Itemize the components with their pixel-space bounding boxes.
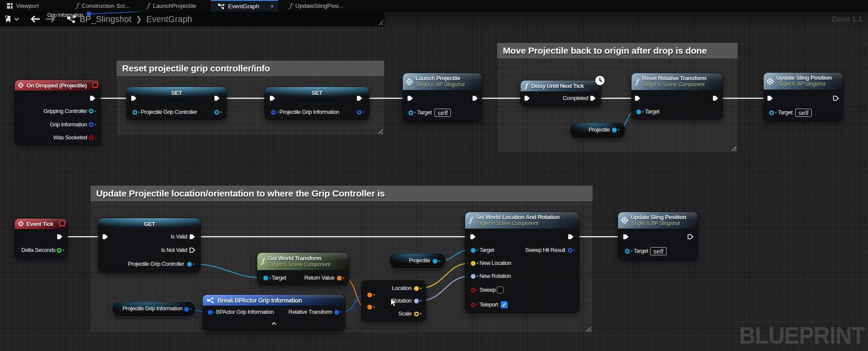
function-icon: ƒ: [76, 3, 78, 9]
node-update-sling-position-top[interactable]: Update Sling Position Target is BP Sling…: [764, 73, 843, 121]
location-out-pin[interactable]: [414, 286, 419, 291]
variable-out-pin[interactable]: [612, 128, 617, 132]
transform-in-pin-a[interactable]: [367, 293, 372, 297]
function-icon: ƒ: [525, 83, 528, 90]
exec-in-pin[interactable]: [767, 95, 773, 101]
scale-out-pin[interactable]: [414, 312, 419, 316]
exec-in-pin[interactable]: [131, 95, 137, 101]
target-pin[interactable]: [471, 248, 476, 253]
exec-in-pin[interactable]: [407, 95, 413, 101]
sweep-checkbox[interactable]: [497, 287, 504, 293]
exec-in-pin[interactable]: [470, 234, 476, 240]
node-title: Set World Location And Rotation: [476, 214, 560, 220]
node-delay-until-next-tick[interactable]: ƒ Delay Until Next Tick Completed: [521, 81, 601, 106]
teleport-pin[interactable]: [471, 303, 476, 307]
grip-information-pin[interactable]: [87, 11, 91, 16]
pin-label: Teleport: [479, 302, 498, 308]
node-set-grip-controller[interactable]: SET Projectile Grip Controller: [126, 87, 227, 119]
tab-event-graph[interactable]: EventGraph ×: [211, 0, 279, 12]
event-graph-icon: [218, 3, 225, 9]
exec-out-pin[interactable]: [214, 95, 220, 101]
delta-seconds-pin[interactable]: [57, 248, 62, 253]
exec-in-pin[interactable]: [635, 95, 641, 101]
grip-controller-out-pin[interactable]: [187, 262, 192, 267]
is-not-valid-exec-pin[interactable]: [189, 247, 195, 253]
exec-out-pin[interactable]: [713, 95, 719, 101]
close-tab-icon[interactable]: ×: [271, 3, 274, 10]
event-icon: [18, 221, 24, 227]
delegate-pin[interactable]: [92, 82, 98, 88]
variable-out-pin[interactable]: [184, 307, 189, 312]
target-pin[interactable]: [769, 110, 774, 115]
exec-out-pin[interactable]: [590, 95, 596, 101]
exec-out-pin[interactable]: [687, 234, 693, 240]
sweep-hit-result-pin[interactable]: [568, 248, 573, 253]
toolbar-resize-grip[interactable]: [377, 19, 383, 25]
self-value-box[interactable]: self: [434, 109, 451, 117]
exec-in-pin[interactable]: [623, 234, 629, 240]
node-get-projectile-grip-controller[interactable]: GET Is Valid Is Not Valid Projectile Gri…: [98, 218, 201, 272]
exec-out-pin[interactable]: [833, 95, 839, 101]
self-value-box[interactable]: self: [795, 109, 812, 117]
is-valid-exec-pin[interactable]: [189, 234, 195, 240]
exec-out-pin[interactable]: [90, 95, 96, 101]
zoom-level: Zoom 1:1: [831, 15, 862, 24]
target-pin[interactable]: [636, 109, 641, 114]
variable-out-pin[interactable]: [433, 259, 437, 264]
new-location-pin[interactable]: [471, 261, 476, 266]
mouse-cursor: [390, 298, 397, 307]
event-icon: [621, 217, 628, 224]
value-out-pin[interactable]: [214, 110, 219, 115]
new-rotation-pin[interactable]: [471, 274, 476, 279]
viewport-grid-icon: [7, 3, 13, 9]
collapse-chevron-icon[interactable]: [271, 322, 277, 325]
transform-in-pin-b[interactable]: [367, 305, 372, 309]
node-projectile-grip-information-variable[interactable]: Projectile Grip Information: [112, 302, 195, 316]
node-projectile-variable[interactable]: Projectile: [570, 122, 625, 138]
pin-label: Gripping Controller: [43, 108, 87, 114]
pin-label: Location: [392, 285, 411, 291]
node-projectile-variable-bottom[interactable]: Projectile: [389, 253, 446, 268]
node-set-world-location-and-rotation[interactable]: ƒ Set World Location And Rotation Target…: [465, 212, 579, 312]
node-reset-relative-transform[interactable]: ƒ Reset Relative Transform Target is Sce…: [632, 73, 722, 119]
return-value-pin[interactable]: [337, 276, 342, 280]
node-set-grip-information[interactable]: SET Projectile Grip Information: [265, 87, 369, 119]
node-on-dropped[interactable]: On Dropped (Projectile) Gripping Control…: [15, 80, 100, 145]
grip-information-in-pin[interactable]: [208, 310, 213, 315]
relative-transform-out-pin[interactable]: [334, 310, 339, 315]
self-value-box[interactable]: self: [650, 247, 667, 255]
sweep-pin[interactable]: [471, 288, 476, 293]
chevron-down-icon[interactable]: [14, 18, 19, 21]
exec-in-pin[interactable]: [524, 95, 530, 101]
gripping-controller-pin[interactable]: [89, 109, 94, 113]
tab-update-sling-position[interactable]: ƒ UpdateSlingPosi...: [282, 0, 350, 12]
node-event-tick[interactable]: Event Tick Delta Seconds: [15, 219, 68, 258]
delegate-pin[interactable]: [59, 221, 65, 226]
node-launch-projectile[interactable]: Launch Projectile Target is BP Slingshot…: [403, 73, 482, 122]
exec-out-pin[interactable]: [472, 95, 478, 101]
rotation-out-pin[interactable]: [414, 299, 419, 303]
grip-information-pin[interactable]: [89, 122, 94, 127]
data-wire-gripcontroller-to-gwt-target[interactable]: [192, 264, 262, 278]
data-wire-rotation-to-newrotation[interactable]: [419, 276, 470, 301]
tab-construction-script[interactable]: ƒ Construction Scr...: [69, 0, 136, 12]
graph-canvas[interactable]: Reset projectile grip controller/info Mo…: [0, 12, 868, 351]
value-out-pin[interactable]: [357, 110, 362, 115]
exec-in-pin[interactable]: [102, 234, 108, 240]
exec-out-pin[interactable]: [356, 95, 363, 101]
teleport-checkbox[interactable]: ✓: [501, 301, 508, 308]
exec-out-pin[interactable]: [568, 234, 574, 240]
tab-viewport[interactable]: Viewport: [0, 0, 45, 12]
node-get-world-transform[interactable]: ƒ Get World Transform Target is Scene Co…: [257, 253, 349, 285]
target-pin[interactable]: [408, 110, 413, 115]
tab-launch-projectile[interactable]: ƒ LaunchProjectile: [140, 0, 203, 12]
exec-out-pin[interactable]: [57, 234, 63, 240]
value-in-pin[interactable]: [271, 110, 276, 115]
exec-in-pin[interactable]: [269, 95, 275, 101]
was-socketed-pin[interactable]: [89, 135, 94, 140]
target-pin[interactable]: [263, 276, 268, 280]
node-update-sling-position-bottom[interactable]: Update Sling Position Target is BP Sling…: [618, 212, 698, 260]
value-in-pin[interactable]: [133, 110, 137, 115]
node-break-bpactor-grip-information[interactable]: Break BPActor Grip Information BPActor G…: [203, 295, 345, 331]
target-pin[interactable]: [625, 249, 630, 254]
